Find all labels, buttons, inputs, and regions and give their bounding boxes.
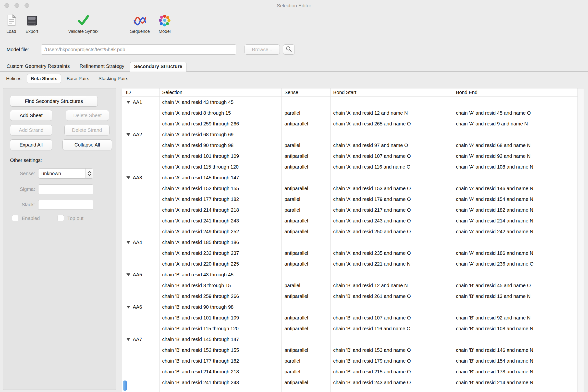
main-tab[interactable]: Custom Geometry Restraints: [2, 62, 74, 71]
table-row[interactable]: chain 'B' and resid 259 through 266 anti…: [122, 291, 584, 302]
expander-triangle-icon[interactable]: [126, 133, 130, 136]
close-button[interactable]: [4, 3, 9, 8]
table-row[interactable]: AA5 chain 'B' and resid 43 through 45: [122, 269, 584, 280]
expander-triangle-icon[interactable]: [126, 176, 130, 179]
table-row[interactable]: chain 'A' and resid 232 through 237 anti…: [122, 248, 584, 258]
expander-triangle-icon[interactable]: [126, 338, 130, 341]
table-row[interactable]: chain 'A' and resid 249 through 252 anti…: [122, 226, 584, 237]
row-bond-start: chain 'B' and resid 116 and name O: [330, 326, 453, 332]
export-button[interactable]: Export: [22, 12, 42, 34]
table-row[interactable]: chain 'B' and resid 214 through 218 para…: [122, 366, 584, 377]
table-row[interactable]: AA7 chain 'B' and resid 145 through 147: [122, 334, 584, 345]
model-button[interactable]: Model: [155, 12, 174, 34]
row-id-cell: [122, 327, 159, 330]
model-label: Model: [158, 29, 170, 34]
row-id-cell: AA6: [122, 304, 159, 310]
row-id-cell: AA2: [122, 132, 159, 138]
document-icon: [4, 12, 18, 28]
row-id: AA4: [133, 240, 142, 245]
table-row[interactable]: chain 'A' and resid 220 through 225 anti…: [122, 258, 584, 269]
sequence-button[interactable]: Sequence: [126, 12, 153, 34]
table-row[interactable]: AA2 chain 'A' and resid 68 through 69: [122, 129, 584, 140]
model-file-row: Model file: Browse...: [0, 44, 588, 55]
table-row[interactable]: chain 'A' and resid 152 through 155 anti…: [122, 183, 584, 194]
table-row[interactable]: chain 'A' and resid 101 through 109 anti…: [122, 151, 584, 162]
browse-button: Browse...: [244, 44, 280, 55]
row-bond-start: chain 'B' and resid 243 and name O: [330, 380, 453, 386]
expander-triangle-icon[interactable]: [126, 274, 130, 276]
row-id-cell: [122, 316, 159, 319]
validate-syntax-label: Validate Syntax: [68, 29, 98, 34]
sigma-input[interactable]: [38, 184, 93, 194]
table-row[interactable]: AA1 chain 'A' and resid 43 through 45: [122, 97, 584, 108]
table-row[interactable]: chain 'A' and resid 90 through 98 parall…: [122, 140, 584, 151]
magnifier-icon: [286, 46, 292, 54]
sub-tab[interactable]: Base Pairs: [63, 74, 93, 83]
table-row[interactable]: chain 'B' and resid 8 through 15 paralle…: [122, 280, 584, 291]
sense-dropdown[interactable]: unknown: [38, 168, 93, 178]
column-header-sense[interactable]: Sense: [282, 90, 330, 95]
model-file-input[interactable]: [41, 44, 236, 55]
column-divider: [453, 88, 453, 392]
row-sense: parallel: [282, 207, 330, 213]
column-divider: [330, 88, 330, 392]
table-row[interactable]: chain 'B' and resid 101 through 109 anti…: [122, 312, 584, 323]
table-row[interactable]: chain 'A' and resid 177 through 182 para…: [122, 194, 584, 204]
table-row[interactable]: chain 'B' and resid 241 through 243 anti…: [122, 377, 584, 388]
table-row[interactable]: chain 'B' and resid 177 through 182 para…: [122, 356, 584, 366]
column-header-selection[interactable]: Selection: [159, 90, 282, 95]
collapse-all-button[interactable]: Collapse All: [62, 140, 112, 150]
row-selection: chain 'A' and resid 8 through 15: [159, 110, 282, 116]
row-bond-start: chain 'A' and resid 116 and name O: [330, 164, 453, 170]
load-button[interactable]: Load: [2, 12, 21, 34]
sub-tab[interactable]: Beta Sheets: [27, 74, 61, 83]
validate-syntax-button[interactable]: Validate Syntax: [61, 12, 105, 34]
table-row[interactable]: chain 'A' and resid 214 through 218 para…: [122, 204, 584, 215]
table-row[interactable]: AA6 chain 'B' and resid 90 through 98: [122, 302, 584, 312]
table-row[interactable]: chain 'A' and resid 8 through 15 paralle…: [122, 108, 584, 118]
row-id-cell: [122, 209, 159, 212]
sidebar-panel: Find Secondary Structures Add Sheet Dele…: [3, 88, 116, 390]
row-sense: antiparallel: [282, 164, 330, 170]
row-id-cell: [122, 220, 159, 222]
table-row[interactable]: chain 'A' and resid 241 through 243 anti…: [122, 215, 584, 226]
add-sheet-button[interactable]: Add Sheet: [10, 110, 52, 121]
expand-all-button[interactable]: Expand All: [10, 140, 52, 150]
table-row[interactable]: AA3 chain 'A' and resid 145 through 147: [122, 172, 584, 183]
row-selection: chain 'A' and resid 145 through 147: [159, 175, 282, 180]
row-bond-end: chain 'A' and resid 146 and name N: [453, 186, 578, 191]
row-id-cell: [122, 370, 159, 373]
sub-tab[interactable]: Stacking Pairs: [95, 74, 132, 83]
stepper-arrows-icon[interactable]: [86, 168, 93, 178]
search-button[interactable]: [283, 44, 295, 55]
sub-tab[interactable]: Helices: [2, 74, 25, 83]
table-row[interactable]: chain 'B' and resid 115 through 120 anti…: [122, 323, 584, 334]
scrollbar-thumb[interactable]: [123, 380, 127, 391]
expander-triangle-icon[interactable]: [126, 101, 130, 104]
row-sense: parallel: [282, 283, 330, 288]
table-body: AA1 chain 'A' and resid 43 through 45 ch…: [122, 97, 584, 388]
column-header-id[interactable]: ID: [122, 90, 159, 95]
zoom-button[interactable]: [24, 3, 29, 8]
slack-input[interactable]: [38, 200, 93, 210]
main-tab[interactable]: Refinement Strategy: [76, 62, 128, 71]
vertical-scrollbar[interactable]: [578, 88, 584, 392]
expander-triangle-icon[interactable]: [126, 241, 130, 244]
column-header-bond-start[interactable]: Bond Start: [330, 90, 453, 95]
load-label: Load: [6, 29, 16, 34]
table-row[interactable]: AA4 chain 'A' and resid 185 through 186: [122, 237, 584, 248]
expander-triangle-icon[interactable]: [126, 306, 130, 308]
row-selection: chain 'A' and resid 101 through 109: [159, 153, 282, 159]
minimize-button[interactable]: [14, 3, 19, 8]
row-id-cell: AA4: [122, 240, 159, 245]
table-row[interactable]: chain 'A' and resid 115 through 120 anti…: [122, 162, 584, 172]
row-sense: antiparallel: [282, 186, 330, 191]
row-bond-start: chain 'A' and resid 179 and name O: [330, 196, 453, 202]
find-secondary-structures-button[interactable]: Find Secondary Structures: [10, 96, 98, 106]
row-id-cell: [122, 122, 159, 125]
table-row[interactable]: chain 'A' and resid 259 through 266 anti…: [122, 118, 584, 129]
row-bond-end: chain 'A' and resid 236 and name O: [453, 261, 578, 267]
column-header-bond-end[interactable]: Bond End: [453, 90, 578, 95]
table-row[interactable]: chain 'B' and resid 152 through 155 anti…: [122, 345, 584, 356]
main-tab[interactable]: Secondary Structure: [130, 62, 186, 72]
